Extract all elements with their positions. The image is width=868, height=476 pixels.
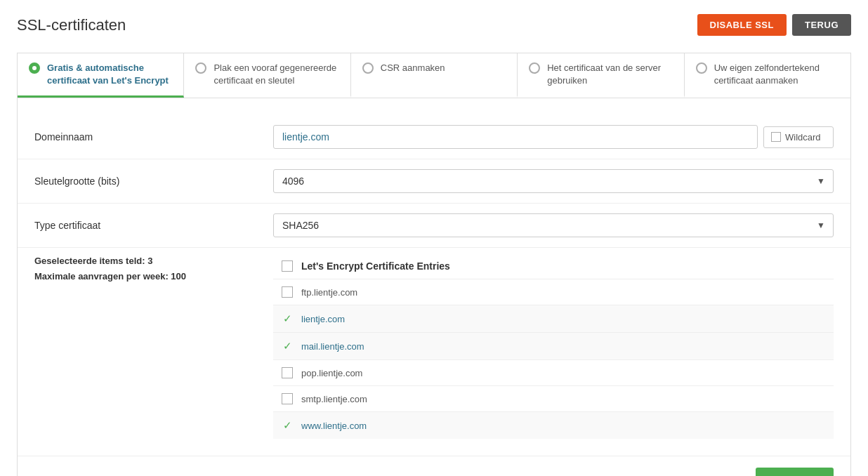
cert-entry-ftp: ftp.lientje.com — [273, 279, 834, 305]
cert-checkbox-smtp[interactable] — [282, 393, 293, 404]
tabs-row: Gratis & automatische certificaat van Le… — [17, 53, 851, 98]
page-title: SSL-certificaten — [17, 16, 126, 34]
cert-entry-smtp: smtp.lientje.com — [273, 386, 834, 412]
cert-entry-label-smtp: smtp.lientje.com — [301, 394, 367, 404]
cert-entry-label-lientje: lientje.com — [301, 314, 345, 324]
cert-entry-mail: ✓ mail.lientje.com — [273, 333, 834, 360]
cert-entries-list: Let's Encrypt Certificate Entries ftp.li… — [273, 253, 834, 439]
max-requests-text: Maximale aanvragen per week: 100 — [34, 269, 256, 284]
cert-entry-label-pop: pop.lientje.com — [301, 368, 362, 378]
cert-type-row: Type certificaat SHA256 SHA384 SHA512 ▼ — [18, 204, 850, 248]
wildcard-label: Wildcard — [785, 132, 821, 143]
cert-entry-label-mail: mail.lientje.com — [301, 341, 364, 352]
cert-entries-header: Let's Encrypt Certificate Entries — [273, 253, 834, 279]
wildcard-box: Wildcard — [763, 126, 834, 148]
cert-entry-pop: pop.lientje.com — [273, 360, 834, 386]
cert-type-select-wrapper: SHA256 SHA384 SHA512 ▼ — [273, 213, 834, 237]
key-size-row: Sleutelgrootte (bits) 4096 2048 ▼ — [18, 159, 850, 204]
tab-radio-server — [529, 62, 540, 74]
cert-entry-www: ✓ www.lientje.com — [273, 412, 834, 439]
cert-entry-label-ftp: ftp.lientje.com — [301, 287, 357, 298]
disable-ssl-button[interactable]: DISABLE SSL — [697, 14, 787, 36]
entries-section: Geselecteerde items teld: 3 Maximale aan… — [18, 248, 850, 450]
selected-items-text: Geselecteerde items teld: 3 — [34, 253, 256, 269]
side-info: Geselecteerde items teld: 3 Maximale aan… — [34, 253, 273, 284]
domain-label: Domeinnaam — [34, 131, 273, 143]
entries-select-all-checkbox[interactable] — [282, 260, 293, 272]
key-size-select-wrapper: 4096 2048 ▼ — [273, 169, 834, 193]
tab-radio-lets-encrypt — [29, 62, 40, 74]
domain-input[interactable] — [273, 125, 758, 149]
tab-label-csr: CSR aanmaken — [381, 62, 445, 74]
tab-label-plak: Plak een vooraf gegenereerde certificaat… — [213, 62, 338, 87]
domain-input-wrapper: Wildcard — [273, 125, 834, 149]
tab-label-eigen: Uw eigen zelfondertekend certificaat aan… — [714, 62, 839, 87]
tab-radio-eigen — [696, 62, 707, 74]
tab-eigen[interactable]: Uw eigen zelfondertekend certificaat aan… — [685, 53, 850, 98]
domain-row: Domeinnaam Wildcard — [18, 115, 850, 159]
tab-lets-encrypt[interactable]: Gratis & automatische certificaat van Le… — [18, 53, 184, 98]
footer-row: OPSLAAN — [18, 456, 850, 476]
tab-server[interactable]: Het certificaat van de server gebruiken — [518, 53, 684, 98]
cert-checkmark-www[interactable]: ✓ — [282, 419, 293, 432]
key-size-select[interactable]: 4096 2048 — [273, 169, 834, 193]
opslaan-button[interactable]: OPSLAAN — [756, 468, 834, 476]
tab-label-server: Het certificaat van de server gebruiken — [547, 62, 672, 87]
key-size-label: Sleutelgrootte (bits) — [34, 176, 273, 187]
cert-type-label: Type certificaat — [34, 220, 273, 231]
cert-type-select[interactable]: SHA256 SHA384 SHA512 — [273, 213, 834, 237]
tab-radio-csr — [362, 62, 374, 74]
cert-entries-header-label: Let's Encrypt Certificate Entries — [301, 260, 450, 272]
wildcard-checkbox[interactable] — [771, 132, 781, 142]
tab-csr[interactable]: CSR aanmaken — [351, 53, 518, 98]
terug-button[interactable]: TERUG — [792, 14, 851, 36]
cert-checkbox-pop[interactable] — [282, 367, 293, 378]
cert-checkmark-mail[interactable]: ✓ — [282, 340, 293, 352]
tab-plak[interactable]: Plak een vooraf gegenereerde certificaat… — [184, 53, 350, 98]
cert-checkbox-ftp[interactable] — [282, 286, 293, 298]
cert-entry-label-www: www.lientje.com — [301, 421, 367, 431]
tab-radio-plak — [195, 62, 206, 74]
cert-checkmark-lientje[interactable]: ✓ — [282, 312, 293, 325]
tab-label-lets-encrypt: Gratis & automatische certificaat van Le… — [47, 62, 172, 87]
cert-entry-lientje: ✓ lientje.com — [273, 305, 834, 333]
content-area: Domeinnaam Wildcard Sleutelgrootte (bits… — [17, 98, 851, 476]
